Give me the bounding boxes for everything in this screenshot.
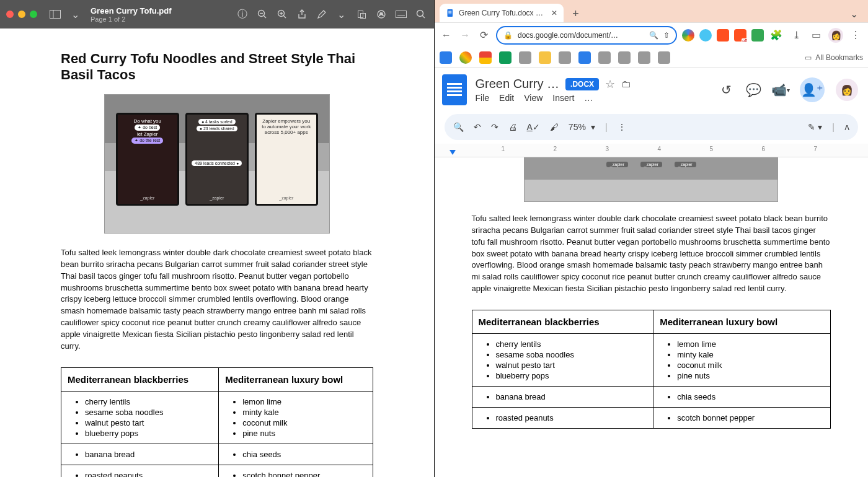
bookmark-icon[interactable] [459,51,472,64]
pdf-filename: Green Curry Tofu.pdf [91,6,171,15]
bookmark-icon[interactable] [440,51,452,64]
list-item[interactable]: sesame soba noodles [496,349,647,360]
docs-logo-icon[interactable] [442,74,467,105]
forward-icon[interactable]: → [458,28,472,43]
bookmark-icon[interactable] [578,51,591,64]
star-icon[interactable]: ☆ [605,77,615,91]
table-cell-list[interactable]: lemon limeminty kalecoconut milkpine nut… [677,339,824,381]
reading-list-icon[interactable]: ▭ [808,28,823,43]
fullscreen-window[interactable] [30,11,37,18]
list-item[interactable]: lemon lime [677,339,824,349]
table-header[interactable]: Mediterranean luxury bowl [653,310,831,333]
indent-marker-icon[interactable] [450,150,456,155]
account-avatar[interactable]: 👩 [836,79,858,101]
close-tab-icon[interactable]: ✕ [551,9,557,17]
list-item[interactable]: pine nuts [677,370,824,381]
browser-tab[interactable]: Green Curry Tofu.docx - Googl ✕ [440,4,564,22]
table-cell-list[interactable]: roasted peanuts [496,413,647,423]
more-tools-icon[interactable]: ⋮ [618,122,626,132]
search-menus-icon[interactable]: 🔍 [453,122,464,132]
bookmark-folder-icon[interactable] [598,51,611,64]
close-window[interactable] [6,11,14,18]
extension-icon[interactable] [699,29,712,42]
share-url-icon[interactable]: ⇧ [663,31,670,40]
downloads-icon[interactable]: ⤓ [789,28,804,43]
table-cell-list[interactable]: chia seeds [677,392,824,402]
chevron-down-icon[interactable]: ⌄ [68,7,82,21]
comments-icon[interactable]: 💬 [745,82,761,98]
reload-icon[interactable]: ⟳ [477,28,490,43]
content-table[interactable]: Mediterranean blackberriesMediterranean … [472,310,831,429]
bookmark-icon[interactable] [479,51,492,64]
list-item[interactable]: walnut pesto tart [496,360,647,370]
extension-icon[interactable] [751,29,764,42]
doc-name[interactable]: Green Curry … [476,77,560,91]
history-icon[interactable]: ↺ [718,82,734,98]
menu-edit[interactable]: Edit [499,93,514,103]
url-text: docs.google.com/document/… [518,31,644,40]
menu-insert[interactable]: Insert [552,93,574,103]
omnibox[interactable]: 🔒 docs.google.com/document/… 🔍 ⇧ [496,26,677,45]
extension-icon[interactable]: off [734,29,746,42]
list-item[interactable]: cherry lentils [496,339,647,349]
meet-icon[interactable]: 📹▾ [773,82,789,98]
bookmark-folder-icon[interactable] [638,51,650,64]
collapse-toolbar-icon[interactable]: ʌ [844,122,849,132]
extensions-menu-icon[interactable]: 🧩 [769,28,784,43]
menu-file[interactable]: File [476,93,490,103]
redo-icon[interactable]: ↷ [491,122,498,132]
bookmark-folder-icon[interactable] [618,51,631,64]
share-icon[interactable] [295,7,309,21]
all-bookmarks-button[interactable]: ▭All Bookmarks [805,53,863,62]
share-button[interactable]: 👤⁺ [800,77,825,102]
extension-icon[interactable] [717,29,729,42]
zoom-out-icon[interactable] [255,7,269,21]
info-icon[interactable]: ⓘ [236,7,249,21]
table-header[interactable]: Mediterranean blackberries [472,310,653,333]
list-item[interactable]: banana bread [496,392,647,402]
search-in-page-icon[interactable]: 🔍 [649,31,658,40]
sidebar-toggle-icon[interactable] [48,7,62,21]
spellcheck-icon[interactable]: A✓ [527,122,540,132]
tabs-menu-icon[interactable]: ⌄ [845,6,863,22]
table-cell-list[interactable]: banana bread [496,392,647,402]
menu-more[interactable]: … [584,93,593,103]
markup-icon[interactable] [315,7,329,21]
profile-avatar[interactable]: 👩 [828,28,843,43]
zoom-dropdown[interactable]: 75% ▾ [569,122,595,132]
list-item[interactable]: coconut milk [677,360,824,370]
table-cell-list[interactable]: scotch bonnet pepper [677,413,824,423]
kebab-menu-icon[interactable]: ⋮ [848,28,863,43]
new-tab-button[interactable]: + [567,5,585,22]
list-item[interactable]: scotch bonnet pepper [677,413,824,423]
menu-view[interactable]: View [524,93,542,103]
table-cell-list[interactable]: cherry lentilssesame soba noodleswalnut … [496,339,647,381]
paint-format-icon[interactable]: 🖌 [550,122,559,132]
docs-canvas[interactable]: _zapier _zapier _zapier Tofu salted leek… [435,157,869,477]
bookmark-icon[interactable] [539,51,551,64]
pdf-page-content[interactable]: Red Curry Tofu Noodles and Street Style … [0,28,434,477]
body-paragraph[interactable]: Tofu salted leek lemongrass winter doubl… [450,213,854,295]
undo-icon[interactable]: ↶ [474,122,481,132]
list-item[interactable]: roasted peanuts [496,413,647,423]
print-icon[interactable]: 🖨 [508,122,517,132]
list-item[interactable]: blueberry pops [496,370,647,381]
highlight-icon[interactable] [374,7,388,21]
ruler[interactable]: 1 2 3 4 5 6 7 [435,144,869,157]
move-icon[interactable]: 🗀 [621,79,631,90]
chevron-down-icon[interactable]: ⌄ [335,7,348,21]
back-icon[interactable]: ← [440,28,453,43]
editing-mode-icon[interactable]: ✎ ▾ [808,122,822,132]
list-item[interactable]: chia seeds [677,392,824,402]
rotate-icon[interactable] [355,7,368,21]
search-icon[interactable] [414,7,428,21]
list-item[interactable]: minty kale [677,349,824,360]
bookmark-icon[interactable] [499,51,512,64]
bookmark-folder-icon[interactable] [559,51,571,64]
zoom-in-icon[interactable] [275,7,289,21]
extension-icon[interactable] [682,29,694,42]
form-icon[interactable] [394,7,408,21]
minimize-window[interactable] [18,11,25,18]
bookmark-folder-icon[interactable] [519,51,531,64]
bookmark-folder-icon[interactable] [658,51,670,64]
